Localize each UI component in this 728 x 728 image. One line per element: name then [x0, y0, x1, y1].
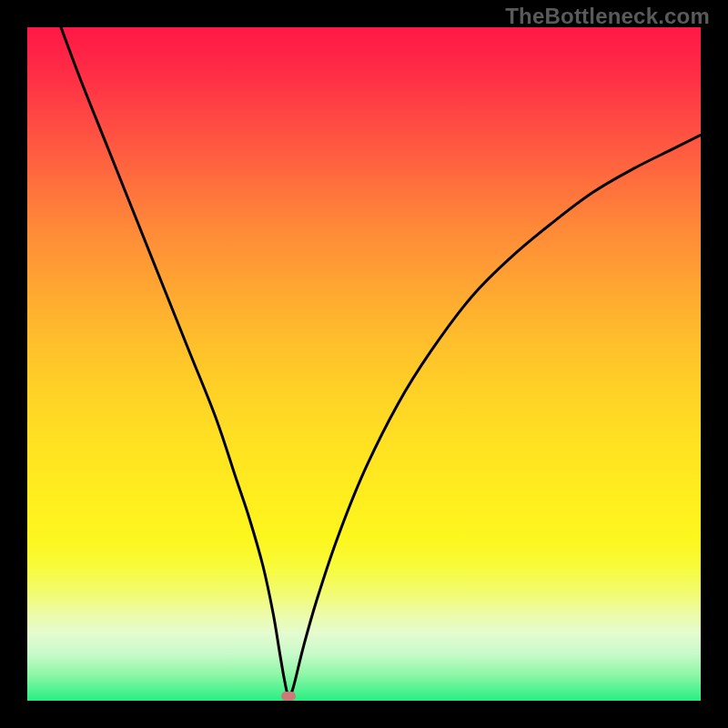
watermark-text: TheBottleneck.com: [505, 4, 710, 29]
minimum-marker: [281, 692, 296, 701]
chart-frame: TheBottleneck.com: [0, 0, 728, 728]
plot-area: [27, 27, 701, 701]
bottleneck-curve: [27, 27, 701, 701]
